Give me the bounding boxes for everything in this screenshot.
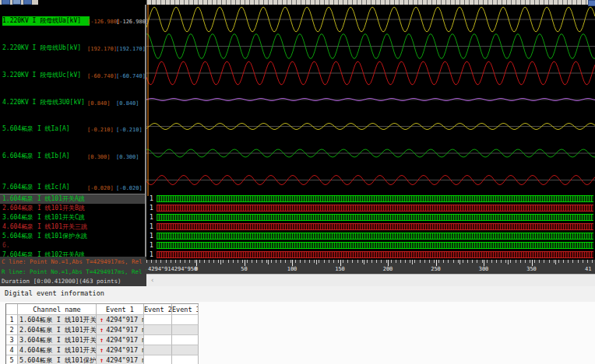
digital-state-value: 1: [150, 242, 153, 250]
axis-major-tick: [484, 260, 484, 266]
event-table-row[interactable]: 11.604柘泉 I 线101开关A跳↑4294"917 ms: [6, 315, 199, 325]
axis-tick-label: 100: [287, 266, 298, 272]
digital-state-value: 1: [150, 223, 153, 231]
channel-name: 4.604柘泉 I 线101开关三跳: [0, 223, 87, 230]
channel-name: 6.: [0, 242, 10, 249]
analog-channel-item[interactable]: 3.220KV I 段母线Uc[kV][-60.740][-60.740]: [0, 71, 145, 80]
digital-channel-item[interactable]: 2.604柘泉 I 线101开关B跳: [0, 204, 145, 213]
axis-tick-label: 350: [526, 266, 537, 272]
row-channel-name: 2.604柘泉 I 线101开关B跳: [18, 325, 97, 335]
row-event3: [172, 335, 199, 345]
digital-channel-item[interactable]: 1.604柘泉 I 线101开关A跳: [0, 194, 145, 204]
row-event3: [172, 315, 199, 325]
event-table-row[interactable]: 44.604柘泉 I 线101开关三跳↑4294"917 ms: [6, 345, 199, 355]
event-time: 4294"917 ms: [106, 326, 144, 334]
digital-trace-row: 1: [146, 213, 595, 222]
row-number: 2: [6, 325, 18, 335]
header-channel-name: Channel name: [18, 304, 97, 315]
digital-state-value: 1: [150, 205, 153, 212]
row-event1: ↑4294"917 ms: [97, 345, 144, 355]
digital-trace-row: 1: [146, 241, 595, 250]
digital-state-bar: [157, 251, 593, 258]
analog-channel-item[interactable]: 7.604柘泉 I 线Ic[A][-0.020][-0.020]: [0, 183, 145, 192]
minor-ticks: [146, 260, 595, 263]
channel-value-abs: [-126.980]: [87, 17, 120, 26]
header-event-1: Event 1: [97, 304, 144, 315]
channel-name: 1.220KV I 段母线Ua[kV]: [2, 16, 90, 26]
analog-channel-item[interactable]: 2.220KV I 段母线Ub[kV][192.170][192.170]: [0, 44, 145, 53]
channel-name: 6.604柘泉 I 线Ib[A]: [2, 152, 70, 161]
digital-state-value: 1: [150, 214, 153, 222]
channel-value-rel: [192.170]: [116, 44, 146, 54]
channel-name: 2.220KV I 段母线Ub[kV]: [2, 44, 81, 53]
analog-channel-item[interactable]: 4.220KV I 段母线3U0[kV][0.840][0.840]: [0, 98, 145, 107]
channel-name: 7.604柘泉 I 线Ic[A]: [2, 183, 70, 192]
event-time: 4294"917 ms: [106, 316, 144, 324]
row-channel-name: 4.604柘泉 I 线101开关三跳: [18, 345, 97, 355]
digital-waveform-plot[interactable]: 1111111: [146, 194, 595, 260]
digital-state-bar: [157, 223, 593, 230]
scroll-left-icon[interactable]: ‹: [150, 276, 154, 284]
channel-value-rel: [0.840]: [116, 99, 139, 108]
event-table-row[interactable]: 33.604柘泉 I 线101开关C跳↑4294"917 ms: [6, 335, 199, 345]
row-channel-name: 3.604柘泉 I 线101开关C跳: [18, 335, 97, 345]
channel-value-abs: [-60.740]: [87, 72, 117, 81]
axis-major-tick: [388, 260, 389, 266]
axis-major-tick: [292, 260, 293, 266]
row-event1: ↑4294"917 ms: [97, 315, 144, 325]
analog-waveform-plot[interactable]: [146, 5, 595, 196]
fault-recorder-window: 1.220KV I 段母线Ua[kV][-126.980][-126.980]2…: [0, 0, 595, 364]
analog-channel-item[interactable]: 6.604柘泉 I 线Ib[A][0.300][0.300]: [0, 152, 145, 161]
channel-name: 3.604柘泉 I 线101开关C跳: [0, 214, 85, 221]
digital-channel-item[interactable]: 5.604柘泉 I 线101保护永跳: [0, 232, 145, 241]
channel-name: 2.604柘泉 I 线101开关B跳: [0, 205, 85, 212]
row-event1: ↑4294"917 ms: [97, 355, 144, 364]
digital-state-value: 1: [150, 251, 153, 259]
channel-name: 5.604柘泉 I 线101保护永跳: [0, 233, 87, 240]
analog-channel-item[interactable]: 1.220KV I 段母线Ua[kV][-126.980][-126.980]: [0, 16, 145, 26]
digital-state-value: 1: [150, 195, 153, 203]
row-event1: ↑4294"917 ms: [97, 325, 144, 335]
digital-state-bar: [157, 214, 593, 221]
section-title: Digital event information: [5, 289, 104, 297]
axis-medium-tick: [459, 260, 460, 264]
up-arrow-icon: ↑: [100, 346, 104, 354]
up-arrow-icon: ↑: [100, 316, 104, 324]
event-time: 4294"917 ms: [106, 356, 144, 364]
digital-state-bar: [157, 195, 593, 202]
axis-tick-label: 300: [479, 266, 489, 272]
channel-list-panel: 1.220KV I 段母线Ua[kV][-126.980][-126.980]2…: [0, 5, 146, 286]
row-event2: [144, 355, 172, 364]
event-table-header: Channel name Event 1 Event 2 Event 3: [6, 304, 199, 315]
event-info-section: Digital event information Channel name E…: [0, 286, 595, 364]
axis-tick-label: 50: [241, 266, 247, 272]
row-event2: [144, 345, 172, 355]
axis-tick-label: 200: [383, 266, 393, 272]
channel-name: 3.220KV I 段母线Uc[kV]: [2, 71, 81, 80]
digital-channel-item[interactable]: 4.604柘泉 I 线101开关三跳: [0, 222, 145, 232]
event-table-row[interactable]: 22.604柘泉 I 线101开关B跳↑4294"917 ms: [6, 325, 199, 335]
horizontal-scrollbar[interactable]: ‹: [146, 274, 595, 286]
digital-channel-item[interactable]: 6.: [0, 241, 145, 250]
row-event1: ↑4294"917 ms: [97, 335, 144, 345]
analog-channel-item[interactable]: 5.604柘泉 I 线Ia[A][-0.210][-0.210]: [0, 124, 145, 134]
axis-major-tick: [340, 260, 341, 266]
digital-channel-item[interactable]: 3.604柘泉 I 线101开关C跳: [0, 213, 145, 222]
axis-medium-tick: [508, 260, 509, 264]
axis-overflow-label: 4294"914294"950: [148, 266, 197, 272]
event-table-row[interactable]: 55.604柘泉 I 线101保护永跳↑4294"917 ms: [6, 355, 199, 364]
row-event2: [144, 315, 172, 325]
duration-status: Duration [0:00.412000](463 points): [2, 278, 121, 285]
channel-value-abs: [0.300]: [87, 152, 111, 162]
digital-trace-row: 1: [146, 222, 595, 232]
header-event-2: Event 2: [144, 304, 172, 315]
channel-value-abs: [192.170]: [87, 44, 117, 54]
digital-trace-row: 1: [146, 232, 595, 241]
channel-value-rel: [-0.210]: [116, 125, 143, 135]
row-number: 3: [6, 335, 18, 345]
channel-name: 4.220KV I 段母线3U0[kV]: [2, 98, 85, 107]
row-channel-name: 5.604柘泉 I 线101保护永跳: [18, 355, 97, 364]
axis-medium-tick: [412, 260, 413, 264]
row-event3: [172, 345, 199, 355]
row-event2: [144, 335, 172, 345]
